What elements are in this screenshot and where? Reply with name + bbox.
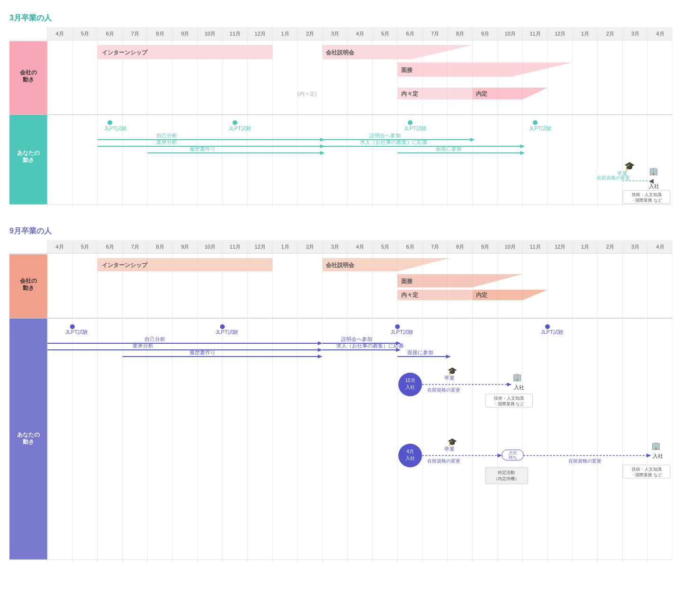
svg-text:業界分析: 業界分析 [156, 139, 177, 145]
svg-text:4月: 4月 [406, 449, 414, 454]
svg-text:8月: 8月 [156, 31, 164, 36]
svg-text:JLPT試験: JLPT試験 [215, 329, 238, 335]
svg-text:9月: 9月 [181, 31, 189, 36]
svg-text:入社: 入社 [649, 183, 659, 189]
svg-text:2月: 2月 [306, 31, 314, 36]
svg-text:動き: 動き [23, 157, 34, 163]
svg-text:🎓: 🎓 [624, 161, 635, 171]
sept-chart-svg: 会社の 動き あなたの 動き 4月 5月 6月 7月 8月 [9, 240, 673, 562]
svg-text:2月: 2月 [306, 244, 314, 250]
svg-text:特定活動: 特定活動 [498, 470, 515, 475]
svg-text:11月: 11月 [230, 244, 241, 250]
svg-point-77 [408, 120, 413, 125]
svg-text:9月: 9月 [481, 31, 489, 36]
svg-text:JLPT試験: JLPT試験 [404, 125, 427, 131]
march-title: 3月卒業の人 [5, 9, 677, 27]
svg-text:技術・人文知識: 技術・人文知識 [494, 396, 524, 401]
chart-container: 3月卒業の人 会社の 動き あなたの 動き [0, 0, 682, 587]
svg-text:内定: 内定 [476, 292, 487, 298]
march-section: 3月卒業の人 会社の 動き あなたの 動き [5, 9, 677, 208]
svg-text:自己分析: 自己分析 [144, 336, 165, 342]
march-chart-wrap: 会社の 動き あなたの 動き 4月 5月 6月 7月 [9, 27, 673, 208]
svg-text:7月: 7月 [131, 244, 139, 250]
svg-text:10月: 10月 [405, 378, 415, 383]
svg-text:🏢: 🏢 [651, 441, 661, 450]
svg-text:2月: 2月 [606, 244, 614, 250]
svg-text:🏢: 🏢 [649, 167, 658, 176]
svg-text:4月: 4月 [55, 31, 63, 36]
svg-text:6月: 6月 [406, 244, 414, 250]
svg-text:あなたの: あなたの [17, 150, 40, 156]
svg-text:6月: 6月 [106, 244, 114, 250]
svg-text:内々定: 内々定 [401, 90, 418, 97]
svg-text:(内々定): (内々定) [297, 91, 316, 97]
svg-text:入社: 入社 [653, 453, 663, 459]
svg-rect-109 [9, 240, 673, 562]
svg-text:6月: 6月 [106, 31, 114, 36]
svg-text:自己分析: 自己分析 [156, 133, 177, 138]
svg-text:8月: 8月 [156, 244, 164, 250]
svg-text:入社: 入社 [514, 384, 524, 390]
svg-text:面接: 面接 [401, 278, 413, 285]
svg-text:9月: 9月 [481, 244, 489, 250]
svg-text:12月: 12月 [255, 31, 266, 36]
svg-text:在留資格の変更: 在留資格の変更 [568, 458, 601, 464]
svg-text:5月: 5月 [81, 244, 89, 250]
svg-text:在留資格の変更: 在留資格の変更 [427, 387, 460, 393]
svg-text:7月: 7月 [431, 31, 439, 36]
svg-text:JLPT試験: JLPT試験 [541, 329, 564, 335]
svg-text:卒業: 卒業 [444, 446, 455, 452]
svg-text:JLPT試験: JLPT試験 [65, 329, 88, 335]
svg-text:会社説明会: 会社説明会 [325, 262, 355, 268]
svg-text:卒業: 卒業 [444, 375, 455, 381]
svg-text:動き: 動き [23, 76, 34, 83]
svg-text:入社: 入社 [405, 455, 415, 461]
svg-text:1月: 1月 [281, 244, 289, 250]
svg-point-185 [395, 324, 400, 329]
svg-text:入社: 入社 [509, 450, 517, 455]
svg-text:JLPT試験: JLPT試験 [529, 125, 552, 131]
svg-text:JLPT試験: JLPT試験 [229, 125, 251, 131]
svg-text:4月: 4月 [356, 244, 364, 250]
svg-text:動き: 動き [23, 438, 34, 445]
svg-text:面接に参加: 面接に参加 [436, 146, 462, 152]
svg-text:技術・人文知識: 技術・人文知識 [631, 467, 662, 472]
svg-text:9月: 9月 [181, 244, 189, 250]
svg-text:在留資格の変更: 在留資格の変更 [597, 175, 630, 180]
svg-text:🎓: 🎓 [448, 437, 457, 446]
svg-text:会社の: 会社の [19, 69, 37, 76]
svg-text:10月: 10月 [205, 31, 215, 36]
svg-text:12月: 12月 [555, 31, 565, 36]
svg-text:インターンシップ: インターンシップ [102, 262, 148, 268]
svg-text:JLPT試験: JLPT試験 [104, 125, 127, 131]
svg-text:会社説明会: 会社説明会 [325, 49, 355, 56]
svg-text:10月: 10月 [505, 244, 516, 250]
sept-title: 9月卒業の人 [5, 223, 677, 240]
svg-text:業界分析: 業界分析 [133, 343, 153, 348]
svg-text:11月: 11月 [529, 31, 540, 36]
svg-text:・国際業務 など: ・国際業務 など [631, 473, 662, 477]
svg-text:面接に参加: 面接に参加 [407, 349, 433, 355]
svg-point-183 [220, 324, 225, 329]
svg-text:在留資格の変更: 在留資格の変更 [427, 458, 460, 464]
svg-text:待ち: 待ち [509, 455, 517, 460]
sept-section: 9月卒業の人 会社の 動き あなたの 動き 4月 5月 [5, 223, 677, 563]
svg-text:10月: 10月 [505, 31, 516, 36]
svg-text:説明会へ参加: 説明会へ参加 [369, 133, 401, 138]
svg-text:10月: 10月 [205, 244, 215, 250]
svg-text:求人（お仕事の募集）に応募: 求人（お仕事の募集）に応募 [336, 343, 404, 348]
svg-point-73 [108, 120, 112, 125]
svg-text:3月: 3月 [331, 31, 339, 36]
svg-text:4月: 4月 [55, 244, 63, 250]
svg-text:🎓: 🎓 [448, 366, 457, 375]
svg-text:4月: 4月 [356, 31, 364, 36]
svg-text:3月: 3月 [331, 244, 339, 250]
svg-text:説明会へ参加: 説明会へ参加 [341, 336, 372, 342]
svg-text:履歴書作り: 履歴書作り [189, 349, 215, 355]
svg-text:5月: 5月 [381, 244, 389, 250]
svg-text:（内定待機）: （内定待機） [494, 476, 519, 481]
svg-text:求人（お仕事の募集）に応募: 求人（お仕事の募集）に応募 [360, 139, 428, 145]
svg-text:内定: 内定 [476, 90, 487, 97]
svg-text:11月: 11月 [529, 244, 540, 250]
svg-text:1月: 1月 [581, 31, 589, 36]
